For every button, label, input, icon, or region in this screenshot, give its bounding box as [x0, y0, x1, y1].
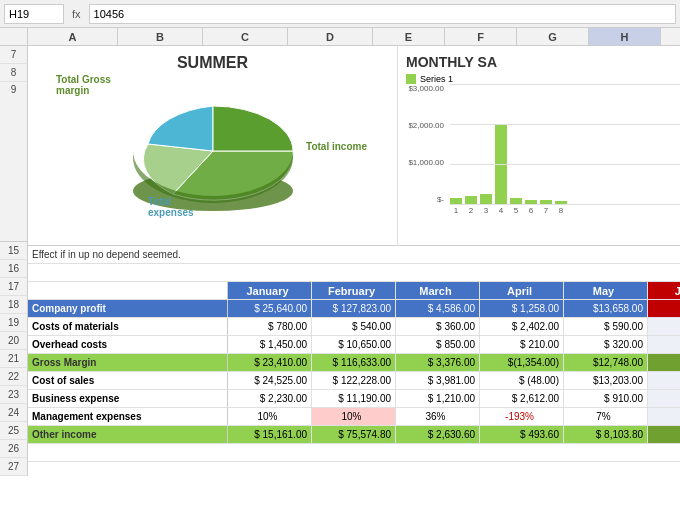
cell-other-feb[interactable]: $ 75,574.80 [312, 426, 396, 443]
grid-lines [450, 84, 680, 204]
cell-business-jun[interactable]: $ 860.0 [648, 390, 680, 407]
cell-mgmt-jan[interactable]: 10% [228, 408, 312, 425]
header-march[interactable]: March [396, 282, 480, 299]
cell-overhead-feb[interactable]: $ 10,650.00 [312, 336, 396, 353]
cell-costsales-feb[interactable]: $ 122,228.00 [312, 372, 396, 389]
empty-row-27[interactable] [28, 444, 680, 462]
row-num-7: 7 [0, 46, 28, 64]
cell-mgmt-feb[interactable]: 10% [312, 408, 396, 425]
row-num-chart: 9 [0, 82, 28, 242]
header-june[interactable]: June [648, 282, 680, 299]
formula-bar[interactable] [89, 4, 676, 24]
cell-mgmt-apr[interactable]: -193% [480, 408, 564, 425]
cell-costsales-jan[interactable]: $ 24,525.00 [228, 372, 312, 389]
row-label-overhead[interactable]: Overhead costs [28, 336, 228, 353]
cell-reference[interactable] [4, 4, 64, 24]
col-header-c[interactable]: C [203, 28, 288, 45]
cell-business-apr[interactable]: $ 2,612.00 [480, 390, 564, 407]
col-header-b[interactable]: B [118, 28, 203, 45]
cell-overhead-jan[interactable]: $ 1,450.00 [228, 336, 312, 353]
x-label-7: 7 [540, 206, 552, 215]
toolbar: fx [0, 0, 680, 28]
cell-overhead-may[interactable]: $ 320.00 [564, 336, 648, 353]
cell-company-may[interactable]: $13,658.00 [564, 300, 648, 317]
header-january[interactable]: January [228, 282, 312, 299]
corner-header [0, 28, 28, 45]
table-row-business: Business expense $ 2,230.00 $ 11,190.00 … [28, 390, 680, 408]
cell-materials-apr[interactable]: $ 2,402.00 [480, 318, 564, 335]
table-row-other: Other income $ 15,161.00 $ 75,574.80 $ 2… [28, 426, 680, 444]
col-header-g[interactable]: G [517, 28, 589, 45]
cell-overhead-apr[interactable]: $ 210.00 [480, 336, 564, 353]
cell-mgmt-jun[interactable]: 0% [648, 408, 680, 425]
row-num-25: 25 [0, 422, 28, 440]
cell-costsales-may[interactable]: $13,203.00 [564, 372, 648, 389]
col-header-f[interactable]: F [445, 28, 517, 45]
content-area: SUMMER Total Grossmargin Total income To… [28, 46, 680, 476]
cell-gross-apr[interactable]: $(1,354.00) [480, 354, 564, 371]
cell-mgmt-may[interactable]: 7% [564, 408, 648, 425]
y-label-3: $2,000.00 [406, 121, 444, 130]
cell-company-feb[interactable]: $ 127,823.00 [312, 300, 396, 317]
cell-business-mar[interactable]: $ 1,210.00 [396, 390, 480, 407]
header-may[interactable]: May [564, 282, 648, 299]
col-header-a[interactable]: A [28, 28, 118, 45]
cell-other-apr[interactable]: $ 493.60 [480, 426, 564, 443]
cell-materials-feb[interactable]: $ 540.00 [312, 318, 396, 335]
cell-business-jan[interactable]: $ 2,230.00 [228, 390, 312, 407]
row-numbers: 7 8 9 15 16 17 18 19 20 21 22 23 24 25 2… [0, 46, 28, 476]
row-label-management[interactable]: Management expenses [28, 408, 228, 425]
cell-mgmt-mar[interactable]: 36% [396, 408, 480, 425]
header-april[interactable]: April [480, 282, 564, 299]
x-axis-labels: 1 2 3 4 5 6 7 8 [450, 206, 680, 215]
cell-gross-jan[interactable]: $ 23,410.00 [228, 354, 312, 371]
cell-company-jan[interactable]: $ 25,640.00 [228, 300, 312, 317]
cell-costsales-jun[interactable]: $10,026.0 [648, 372, 680, 389]
cell-materials-mar[interactable]: $ 360.00 [396, 318, 480, 335]
cell-gross-may[interactable]: $12,748.00 [564, 354, 648, 371]
header-february[interactable]: February [312, 282, 396, 299]
x-label-8: 8 [555, 206, 567, 215]
col-header-d[interactable]: D [288, 28, 373, 45]
row-label-company[interactable]: Company profit [28, 300, 228, 317]
x-label-4: 4 [495, 206, 507, 215]
row-num-23: 23 [0, 386, 28, 404]
cell-other-jan[interactable]: $ 15,161.00 [228, 426, 312, 443]
cell-materials-jan[interactable]: $ 780.00 [228, 318, 312, 335]
cell-gross-jun[interactable]: $ 9,596.0 [648, 354, 680, 371]
cell-other-mar[interactable]: $ 2,630.60 [396, 426, 480, 443]
column-headers: A B C D E F G H [0, 28, 680, 46]
x-label-3: 3 [480, 206, 492, 215]
cell-business-may[interactable]: $ 910.00 [564, 390, 648, 407]
col-header-e[interactable]: E [373, 28, 445, 45]
cell-business-feb[interactable]: $ 11,190.00 [312, 390, 396, 407]
bar-chart-inner: 1 2 3 4 5 6 7 8 [450, 84, 680, 215]
row-num-27: 27 [0, 458, 28, 476]
row-label-gross[interactable]: Gross Margin [28, 354, 228, 371]
row-label-other[interactable]: Other income [28, 426, 228, 443]
row-num-17: 17 [0, 278, 28, 296]
cell-overhead-jun[interactable]: $ 560.0 [648, 336, 680, 353]
cell-other-may[interactable]: $ 8,103.80 [564, 426, 648, 443]
row-num-15: 15 [0, 242, 28, 260]
cell-gross-mar[interactable]: $ 3,376.00 [396, 354, 480, 371]
cell-company-jun[interactable]: $10,456.0 [648, 300, 680, 317]
empty-row-17[interactable] [28, 264, 680, 282]
cell-costsales-mar[interactable]: $ 3,981.00 [396, 372, 480, 389]
cell-costsales-apr[interactable]: $ (48.00) [480, 372, 564, 389]
cell-other-jun[interactable]: $ 6,187.6 [648, 426, 680, 443]
cell-materials-may[interactable]: $ 590.00 [564, 318, 648, 335]
y-axis: $3,000.00 $2,000.00 $1,000.00 $- [406, 84, 446, 204]
col-header-h[interactable]: H [589, 28, 661, 45]
cell-gross-feb[interactable]: $ 116,633.00 [312, 354, 396, 371]
cell-overhead-mar[interactable]: $ 850.00 [396, 336, 480, 353]
row-label-business[interactable]: Business expense [28, 390, 228, 407]
cell-materials-jun[interactable]: $ 300.0 [648, 318, 680, 335]
legend-label: Series 1 [420, 74, 453, 84]
cell-company-apr[interactable]: $ 1,258.00 [480, 300, 564, 317]
table-row-cost-sales: Cost of sales $ 24,525.00 $ 122,228.00 $… [28, 372, 680, 390]
row-num-26: 26 [0, 440, 28, 458]
cell-company-mar[interactable]: $ 4,586.00 [396, 300, 480, 317]
row-label-cost-sales[interactable]: Cost of sales [28, 372, 228, 389]
row-label-materials[interactable]: Costs of materials [28, 318, 228, 335]
